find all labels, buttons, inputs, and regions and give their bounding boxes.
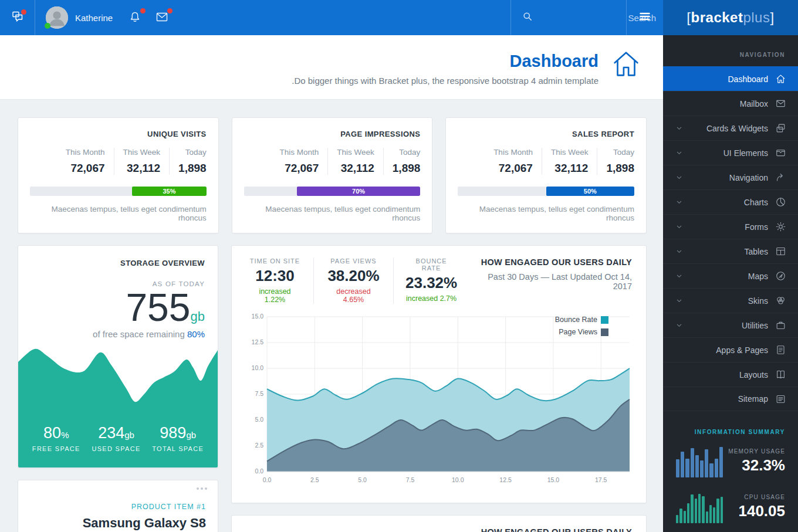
spark-bar	[706, 511, 708, 523]
svg-text:7.5: 7.5	[406, 476, 415, 483]
info-row-disk: DISK USAGE	[663, 529, 798, 532]
engagement-stat-change: increased 1.22%	[248, 287, 302, 304]
spark-bar	[715, 459, 718, 477]
chart-subtitle: Past 30 Days — Last Updated Oct 14, 2017	[469, 272, 632, 291]
legend-item-bounce-rate: Bounce Rate	[555, 316, 608, 324]
storage-free-text: of free space remaining 80%	[31, 329, 205, 339]
progress-bar-fill: 35%	[132, 187, 206, 196]
search-icon[interactable]	[522, 11, 533, 25]
stat-col-value: 1,898	[606, 162, 634, 175]
stat-card-page-impressions: PAGE IMPRESSIONSThis Month72,067This Wee…	[232, 117, 433, 233]
storage-stat-label: USED SPACE	[92, 445, 140, 452]
left-column: STORAGE OVERVIEW AS OF TODAY 755gb of fr…	[18, 245, 218, 532]
stat-col-value: 72,067	[279, 162, 319, 175]
user-menu[interactable]: Katherine	[35, 0, 123, 35]
spark-bar	[709, 463, 713, 477]
stat-col-label: Today	[178, 148, 207, 157]
list-icon	[775, 394, 786, 405]
svg-text:10.0: 10.0	[452, 476, 464, 483]
sidebar-item-tables[interactable]: Tables	[663, 239, 798, 263]
engagement-stats-row: TIME ON SITE12:30increased 1.22%PAGE VIE…	[246, 257, 469, 304]
sidebar-item-skins[interactable]: Skins	[663, 288, 798, 313]
sidebar-item-apps-pages[interactable]: Apps & Pages	[663, 337, 798, 362]
chevron-down-icon	[675, 173, 684, 182]
bottom-engagement-card: HOW ENGAGED OUR USERS DAILY	[231, 515, 647, 532]
spark-bar	[719, 447, 723, 477]
legend-item-page-views: Page Views	[555, 328, 608, 336]
stat-col-today: Today1,898	[597, 148, 634, 175]
engagement-chart-card: TIME ON SITE12:30increased 1.22%PAGE VIE…	[231, 245, 647, 503]
stat-col-label: This Week	[337, 148, 374, 157]
mail-button[interactable]	[155, 10, 170, 25]
logo-bracket-close: ]	[770, 9, 774, 26]
chevron-down-icon	[675, 321, 684, 330]
sidebar-item-mailbox[interactable]: Mailbox	[663, 91, 798, 116]
stat-card-unique-visits: UNIQUE VISITSThis Month72,067This Week32…	[18, 117, 219, 233]
svg-text:0.0: 0.0	[263, 476, 272, 483]
sidebar-item-label: Sitemap	[738, 394, 768, 404]
info-row-text: MEMORY USAGE32.3%	[728, 448, 785, 475]
stat-card-footer: Maecenas tempus, tellus eget condimentum…	[458, 205, 634, 222]
stat-card-sales-report: SALES REPORTThis Month72,067This Week32,…	[445, 117, 647, 233]
sidebar-item-forms[interactable]: Forms	[663, 214, 798, 239]
stat-col-value: 72,067	[493, 162, 533, 175]
engagement-stat-page-views: PAGE VIEWS38.20%decreased 4.65%	[313, 257, 393, 304]
sidebar-item-layouts[interactable]: Layouts	[663, 362, 798, 387]
sidebar-item-utilities[interactable]: Utilities	[663, 313, 798, 337]
progress-bar-fill: 70%	[297, 187, 420, 196]
stat-card-title: PAGE IMPRESSIONS	[244, 130, 421, 138]
sidebar: NAVIGATION DashboardMailboxCards & Widge…	[663, 35, 798, 532]
logo-text-accent: plus	[743, 9, 770, 26]
sidebar-item-label: Navigation	[729, 173, 768, 182]
brand-logo[interactable]: [bracket plus]	[663, 0, 798, 35]
spark-bar	[676, 515, 678, 523]
storage-stat-unit: gb	[186, 430, 196, 440]
sidebar-item-sitemap[interactable]: Sitemap	[663, 387, 798, 411]
sidebar-toggle-button[interactable]	[627, 0, 663, 35]
stat-col-today: Today1,898	[169, 148, 207, 175]
info-row-label: MEMORY USAGE	[728, 448, 785, 455]
page-header: Dashboard Do bigger things with Bracket …	[0, 35, 663, 100]
notification-badge	[21, 9, 26, 15]
spark-bar	[700, 460, 704, 477]
spark-bar	[691, 494, 693, 523]
spark-bar	[698, 494, 701, 523]
table-icon	[775, 246, 786, 257]
stat-col-label: Today	[606, 148, 634, 157]
memory-usage-sparkline	[676, 445, 723, 477]
spark-bar	[702, 496, 704, 523]
sidebar-item-cards-widgets[interactable]: Cards & Widgets	[663, 116, 798, 140]
engagement-stat-value: 38.20%	[326, 267, 381, 285]
sidebar-item-charts[interactable]: Charts	[663, 189, 798, 214]
sidebar-item-dashboard[interactable]: Dashboard	[663, 66, 798, 91]
information-summary-label: INFORMATION SUMMARY	[663, 411, 798, 438]
messages-button[interactable]	[0, 0, 35, 35]
main-content: Dashboard Do bigger things with Bracket …	[0, 35, 663, 532]
svg-text:0.0: 0.0	[255, 467, 263, 475]
sidebar-item-maps[interactable]: Maps	[663, 263, 798, 288]
doc-icon	[775, 344, 786, 355]
stat-col-this-month: This Month72,067	[57, 148, 114, 175]
logo-text-main: bracket	[691, 9, 743, 26]
menu-dots-icon[interactable]	[197, 487, 207, 490]
storage-stat-unit: gb	[124, 430, 134, 440]
sidebar-item-ui-elements[interactable]: UI Elements	[663, 140, 798, 165]
engagement-stat-label: BOUNCE RATE	[405, 257, 457, 272]
sidebar-item-label: Skins	[748, 296, 768, 306]
stat-card-title: UNIQUE VISITS	[30, 130, 207, 138]
progress-bar: 70%	[244, 187, 421, 196]
logo-bracket-open: [	[687, 9, 691, 26]
avatar	[46, 6, 68, 29]
information-summary: MEMORY USAGE32.3%CPU USAGE140.05DISK USA…	[663, 438, 798, 532]
topbar: Katherine [bracket plus]	[0, 0, 798, 35]
spark-bar	[713, 507, 715, 523]
spark-bar	[695, 499, 697, 523]
sidebar-item-navigation[interactable]: Navigation	[663, 165, 798, 189]
stat-col-label: This Week	[123, 148, 161, 157]
engagement-stat-time-on-site: TIME ON SITE12:30increased 1.22%	[246, 257, 313, 304]
engagement-stat-value: 23.32%	[405, 274, 457, 292]
sidebar-item-label: Dashboard	[728, 74, 769, 84]
notifications-button[interactable]	[128, 10, 143, 25]
cpu-usage-sparkline	[676, 490, 723, 523]
product-card: PRODUCT ITEM #1 Samsung Galaxy S8 PURCHA…	[18, 480, 218, 532]
